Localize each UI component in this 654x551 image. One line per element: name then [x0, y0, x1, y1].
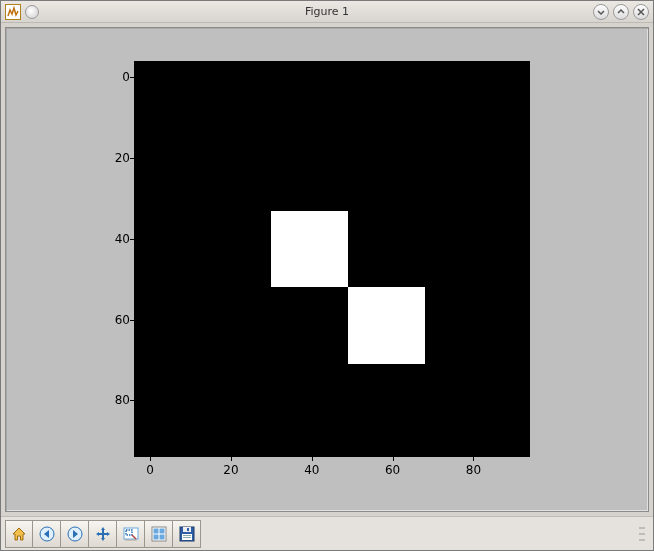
x-tick-label: 80: [466, 463, 481, 477]
toolbar-grip-icon: [635, 520, 649, 548]
heatmap-white-region: [348, 287, 425, 364]
svg-rect-13: [187, 528, 189, 531]
busy-indicator-icon: [25, 5, 39, 19]
heatmap-axes: [134, 61, 530, 457]
x-tick-label: 20: [223, 463, 238, 477]
svg-rect-9: [153, 534, 158, 539]
save-button[interactable]: [173, 520, 201, 548]
app-icon: [5, 4, 21, 20]
forward-button[interactable]: [61, 520, 89, 548]
x-tick-label: 60: [385, 463, 400, 477]
pan-button[interactable]: [89, 520, 117, 548]
x-tick-label: 40: [304, 463, 319, 477]
y-tick-mark: [130, 320, 134, 321]
y-tick-mark: [130, 239, 134, 240]
x-tick-mark: [231, 457, 232, 461]
x-tick-mark: [393, 457, 394, 461]
y-tick-label: 80: [90, 393, 130, 407]
y-tick-mark: [130, 158, 134, 159]
y-tick-label: 60: [90, 313, 130, 327]
maximize-button[interactable]: [613, 4, 629, 20]
subplots-button[interactable]: [145, 520, 173, 548]
svg-rect-15: [183, 535, 191, 536]
svg-rect-16: [183, 537, 191, 538]
plot-canvas[interactable]: 020406080020406080: [5, 27, 649, 512]
figure-window: Figure 1 020406080020406080: [0, 0, 654, 551]
navigation-toolbar: [1, 516, 653, 550]
svg-rect-7: [153, 528, 158, 533]
x-tick-label: 0: [146, 463, 154, 477]
window-title: Figure 1: [1, 5, 653, 18]
content-area: 020406080020406080: [1, 23, 653, 516]
heatmap-white-region: [271, 211, 348, 288]
x-tick-mark: [150, 457, 151, 461]
y-tick-label: 40: [90, 232, 130, 246]
svg-rect-3: [99, 533, 107, 535]
titlebar[interactable]: Figure 1: [1, 1, 653, 23]
close-button[interactable]: [633, 4, 649, 20]
y-tick-label: 0: [90, 70, 130, 84]
home-button[interactable]: [5, 520, 33, 548]
svg-rect-10: [159, 534, 164, 539]
y-tick-label: 20: [90, 151, 130, 165]
x-tick-mark: [473, 457, 474, 461]
minimize-button[interactable]: [593, 4, 609, 20]
zoom-button[interactable]: [117, 520, 145, 548]
back-button[interactable]: [33, 520, 61, 548]
svg-rect-8: [159, 528, 164, 533]
x-tick-mark: [312, 457, 313, 461]
y-tick-mark: [130, 400, 134, 401]
y-tick-mark: [130, 77, 134, 78]
